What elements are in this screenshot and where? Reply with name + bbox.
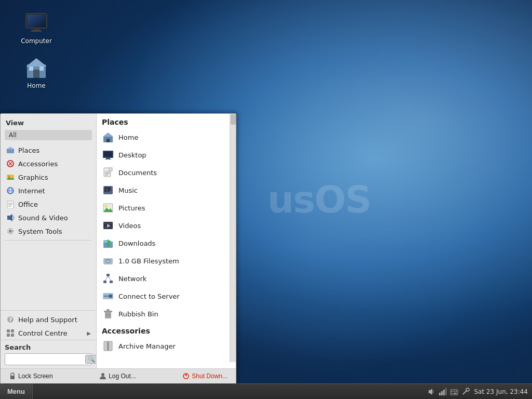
svg-point-78 xyxy=(107,296,108,297)
item-filesystem-label: 1.0 GB Filesystem xyxy=(118,257,179,265)
item-rubbish-bin-icon xyxy=(102,308,114,320)
item-connect-server-icon xyxy=(102,290,114,302)
svg-rect-92 xyxy=(10,376,15,379)
item-archive-manager[interactable]: Archive Manager xyxy=(97,337,236,355)
places-label: Places xyxy=(18,147,39,154)
home-svg xyxy=(24,55,49,80)
item-network[interactable]: Network xyxy=(97,270,236,287)
category-graphics[interactable]: Graphics xyxy=(1,170,96,184)
item-rubbish-bin-label: Rubbish Bin xyxy=(118,310,158,318)
system-tools-icon xyxy=(6,227,15,236)
item-rubbish-bin[interactable]: Rubbish Bin xyxy=(97,305,236,323)
home-label: Home xyxy=(27,82,45,89)
category-internet[interactable]: Internet xyxy=(1,184,96,197)
lock-icon xyxy=(9,373,16,380)
shut-down-button[interactable]: Shut Down... xyxy=(179,371,231,381)
svg-rect-39 xyxy=(107,139,110,142)
item-home[interactable]: Home xyxy=(97,128,236,146)
svg-rect-2 xyxy=(27,15,46,27)
separator-1 xyxy=(5,240,92,241)
svg-point-29 xyxy=(9,230,12,233)
svg-rect-33 xyxy=(7,329,10,332)
lock-screen-label: Lock Screen xyxy=(18,373,53,380)
svg-marker-96 xyxy=(429,389,432,395)
log-out-button[interactable]: Log Out... xyxy=(96,371,139,381)
item-music-label: Music xyxy=(118,187,138,194)
menu-right: Places Home Desktop xyxy=(97,114,236,368)
category-system-tools[interactable]: System Tools xyxy=(1,224,96,238)
item-connect-server[interactable]: Connect to Server xyxy=(97,287,236,305)
internet-icon xyxy=(6,186,15,195)
computer-label: Computer xyxy=(21,37,52,45)
svg-point-53 xyxy=(109,191,111,193)
svg-rect-89 xyxy=(107,344,109,345)
keyboard-icon xyxy=(450,388,458,396)
internet-label: Internet xyxy=(18,187,45,195)
wrench-icon xyxy=(461,388,470,396)
svg-rect-8 xyxy=(29,66,33,71)
svg-rect-105 xyxy=(451,393,453,394)
svg-rect-73 xyxy=(110,281,113,283)
svg-rect-102 xyxy=(451,391,453,392)
svg-rect-3 xyxy=(33,28,39,30)
network-status-icon xyxy=(438,388,447,396)
menu-bottom-items: ? Help and Support Control Centre ▶ xyxy=(1,310,96,340)
svg-rect-10 xyxy=(7,149,14,153)
svg-rect-41 xyxy=(104,152,112,157)
control-centre-item[interactable]: Control Centre ▶ xyxy=(1,326,96,340)
menu-actions: Lock Screen Log Out... Shut Down... xyxy=(1,368,236,383)
item-pictures-icon xyxy=(102,202,114,214)
accessories-icon xyxy=(6,159,15,168)
all-filter[interactable]: All xyxy=(5,130,92,140)
help-support-item[interactable]: ? Help and Support xyxy=(1,313,96,326)
desktop: Computer Home usOS View All xyxy=(0,0,532,399)
computer-icon[interactable]: Computer xyxy=(16,10,57,45)
control-centre-label: Control Centre xyxy=(18,329,68,337)
search-button[interactable]: 🔍 xyxy=(85,355,98,364)
item-music[interactable]: Music xyxy=(97,181,236,199)
item-downloads-label: Downloads xyxy=(118,240,155,247)
item-filesystem-icon xyxy=(102,255,114,267)
item-network-label: Network xyxy=(118,275,147,283)
item-desktop[interactable]: Desktop xyxy=(97,146,236,164)
item-videos[interactable]: Videos xyxy=(97,217,236,234)
svg-text:?: ? xyxy=(9,317,12,323)
item-network-icon xyxy=(102,272,114,285)
item-music-icon xyxy=(102,184,114,196)
item-videos-icon xyxy=(102,219,114,232)
svg-rect-71 xyxy=(107,274,110,276)
item-desktop-label: Desktop xyxy=(118,151,147,159)
category-accessories[interactable]: Accessories xyxy=(1,157,96,170)
search-area: Search 🔍 xyxy=(1,340,96,368)
category-sound-video[interactable]: Sound & Video xyxy=(1,211,96,224)
search-input[interactable] xyxy=(7,356,85,363)
svg-rect-36 xyxy=(11,334,14,337)
graphics-icon xyxy=(6,172,15,182)
taskbar-menu-button[interactable]: Menu xyxy=(0,384,33,399)
logout-icon xyxy=(99,373,107,380)
taskbar-icons xyxy=(427,388,470,396)
svg-point-57 xyxy=(105,205,107,207)
category-places[interactable]: Places xyxy=(1,143,96,157)
svg-rect-107 xyxy=(456,393,457,394)
svg-rect-64 xyxy=(103,240,108,243)
system-tools-label: System Tools xyxy=(18,228,62,235)
item-pictures[interactable]: Pictures xyxy=(97,199,236,217)
item-downloads[interactable]: Downloads xyxy=(97,234,236,252)
category-office[interactable]: Office xyxy=(1,197,96,211)
lock-screen-button[interactable]: Lock Screen xyxy=(6,371,56,381)
svg-marker-11 xyxy=(7,147,14,149)
section-title-places: Places xyxy=(97,114,236,128)
office-icon xyxy=(6,200,15,209)
item-documents[interactable]: Documents xyxy=(97,164,236,181)
menu-body: View All Places Accessories xyxy=(1,114,236,368)
item-filesystem[interactable]: 1.0 GB Filesystem xyxy=(97,252,236,270)
item-pictures-label: Pictures xyxy=(118,204,145,212)
home-icon[interactable]: Home xyxy=(16,55,57,89)
volume-icon[interactable] xyxy=(427,388,435,396)
arrow-icon: ▶ xyxy=(87,330,91,336)
scrollbar-v[interactable] xyxy=(230,114,236,362)
office-label: Office xyxy=(18,201,38,208)
item-home-icon xyxy=(102,131,114,143)
svg-rect-103 xyxy=(454,391,455,392)
